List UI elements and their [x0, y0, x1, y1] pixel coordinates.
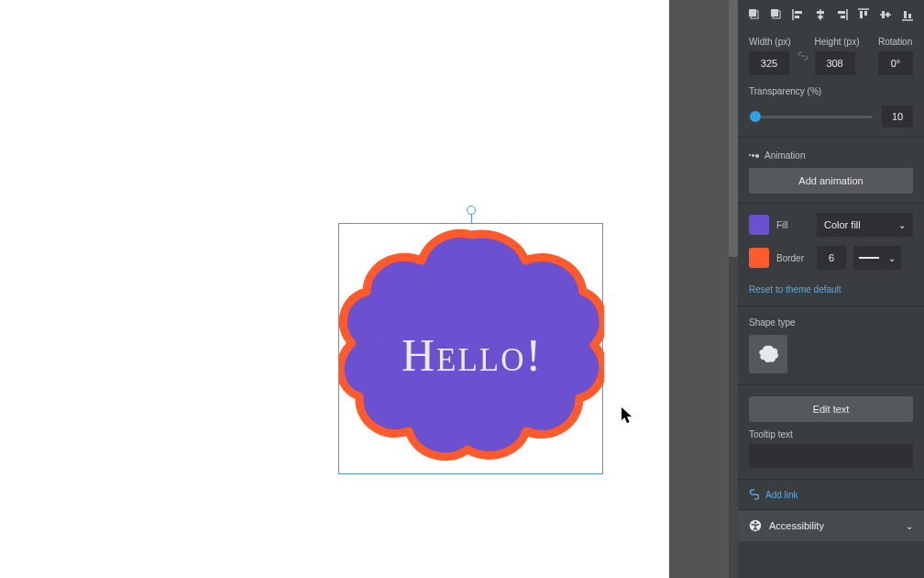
- height-label: Height (px): [815, 37, 860, 47]
- align-right-icon[interactable]: [833, 6, 852, 24]
- align-bottom-icon[interactable]: [898, 6, 917, 24]
- animation-icon: [749, 154, 759, 158]
- svg-rect-8: [817, 11, 824, 14]
- selection-box[interactable]: Hello!: [338, 223, 603, 474]
- panel-scrollbar-thumb[interactable]: [729, 0, 738, 257]
- border-row: Border ⌄: [738, 246, 924, 279]
- chevron-down-icon: ⌄: [906, 521, 913, 531]
- tooltip-text-input[interactable]: [749, 444, 913, 468]
- cloud-shape[interactable]: Hello!: [339, 224, 604, 475]
- fill-mode-select[interactable]: Color fill ⌄: [817, 213, 913, 237]
- svg-rect-18: [886, 13, 889, 17]
- svg-rect-17: [882, 11, 885, 18]
- height-input[interactable]: [815, 51, 855, 75]
- solid-line-icon: [859, 257, 879, 259]
- rotate-handle[interactable]: [467, 206, 476, 215]
- align-center-h-icon[interactable]: [811, 6, 830, 24]
- width-input[interactable]: [749, 51, 789, 75]
- canvas-divider: [669, 0, 733, 578]
- text-section: Edit text Tooltip text: [738, 385, 924, 480]
- svg-rect-12: [841, 16, 845, 18]
- svg-rect-21: [908, 14, 911, 18]
- animation-label: Animation: [749, 150, 913, 161]
- send-backward-icon[interactable]: [767, 6, 786, 24]
- chevron-down-icon: ⌄: [898, 220, 906, 230]
- chevron-down-icon: ⌄: [888, 253, 896, 263]
- svg-rect-2: [771, 9, 778, 17]
- svg-rect-15: [864, 11, 867, 16]
- width-label: Width (px): [749, 37, 791, 47]
- transparency-slider[interactable]: [749, 116, 873, 118]
- svg-rect-20: [904, 11, 907, 18]
- transparency-slider-thumb[interactable]: [750, 111, 761, 122]
- add-animation-button[interactable]: Add animation: [749, 168, 913, 194]
- fill-row: Fill Color fill ⌄: [738, 204, 924, 246]
- shape-type-label: Shape type: [749, 317, 913, 328]
- canvas-area[interactable]: Hello!: [0, 0, 669, 578]
- transparency-label: Transparency (%): [749, 86, 913, 96]
- shape-type-section: Shape type: [738, 306, 924, 385]
- align-left-icon[interactable]: [789, 6, 808, 24]
- accessibility-icon: [749, 519, 762, 532]
- border-label: Border: [776, 253, 809, 263]
- accessibility-section[interactable]: Accessibility ⌄: [738, 510, 924, 541]
- animation-section: Animation Add animation: [738, 138, 924, 204]
- svg-rect-9: [818, 16, 822, 18]
- rotate-connector: [471, 215, 472, 224]
- bring-forward-icon[interactable]: [745, 6, 764, 24]
- edit-text-button[interactable]: Edit text: [749, 396, 913, 422]
- fill-label: Fill: [776, 220, 809, 230]
- svg-rect-6: [795, 16, 799, 18]
- shape-type-thumb[interactable]: [749, 335, 787, 373]
- add-link-button[interactable]: Add link: [738, 480, 924, 510]
- svg-rect-1: [749, 9, 756, 17]
- border-swatch[interactable]: [749, 248, 769, 268]
- link-dimensions-icon[interactable]: [797, 50, 809, 62]
- align-top-icon[interactable]: [854, 6, 873, 24]
- arrange-toolbar: [738, 0, 924, 29]
- svg-rect-14: [860, 11, 863, 18]
- tooltip-text-label: Tooltip text: [749, 429, 913, 439]
- border-style-select[interactable]: ⌄: [853, 246, 901, 270]
- svg-rect-5: [795, 11, 802, 14]
- cursor-pointer-icon: [622, 407, 634, 424]
- fill-swatch[interactable]: [749, 215, 769, 235]
- shape-text[interactable]: Hello!: [402, 329, 543, 381]
- svg-rect-11: [838, 11, 845, 14]
- rotation-label: Rotation: [878, 37, 913, 47]
- link-icon: [749, 489, 760, 500]
- svg-point-23: [754, 521, 756, 523]
- reset-theme-link[interactable]: Reset to theme default: [738, 279, 924, 306]
- transparency-input[interactable]: [882, 106, 913, 128]
- border-width-input[interactable]: [817, 246, 846, 270]
- dimensions-row: Width (px) Height (px) Rotation: [738, 29, 924, 81]
- properties-panel: Width (px) Height (px) Rotation Transpar…: [738, 0, 924, 578]
- align-middle-v-icon[interactable]: [876, 6, 895, 24]
- rotation-input[interactable]: [878, 51, 913, 75]
- transparency-section: Transparency (%): [738, 81, 924, 138]
